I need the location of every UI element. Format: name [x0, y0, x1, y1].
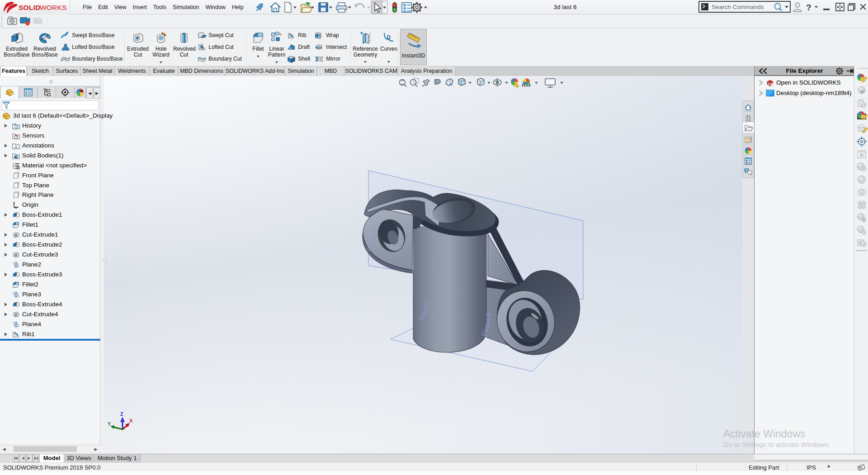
svg-text:Z: Z	[120, 411, 123, 417]
svg-text:X: X	[129, 418, 133, 423]
svg-text:?: ?	[806, 3, 811, 12]
svg-text:WORKS: WORKS	[40, 4, 67, 11]
svg-text:A: A	[449, 82, 453, 87]
svg-text:W: W	[770, 83, 774, 86]
svg-text:Y: Y	[108, 421, 111, 427]
svg-text:S: S	[768, 82, 770, 86]
svg-text:SOLID: SOLID	[19, 4, 40, 11]
svg-text:Search Commands: Search Commands	[712, 4, 764, 10]
